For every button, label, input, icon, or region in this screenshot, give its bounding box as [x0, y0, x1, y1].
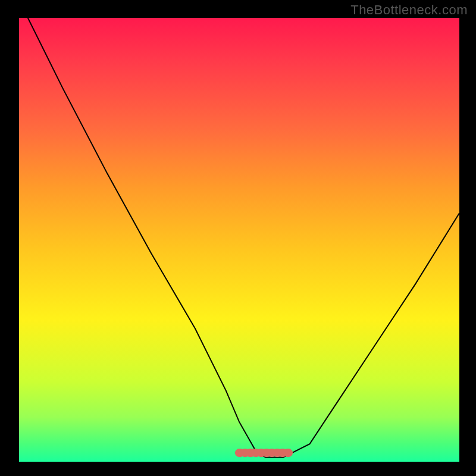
watermark-text: TheBottleneck.com: [350, 2, 468, 18]
bottleneck-curve: [28, 18, 459, 458]
chart-stage: TheBottleneck.com: [0, 0, 476, 476]
chart-svg: [19, 18, 459, 462]
plot-area: [19, 18, 459, 462]
